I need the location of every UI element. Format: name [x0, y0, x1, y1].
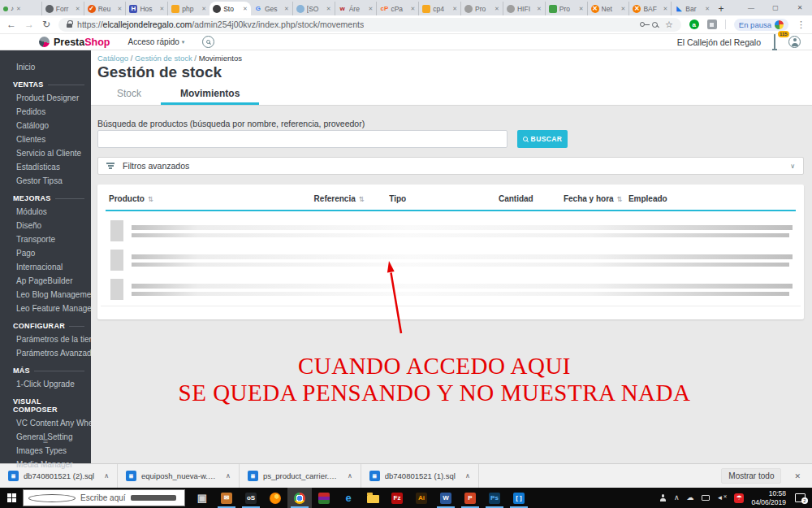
column-header-fecha[interactable]: Fecha y hora⇅: [564, 194, 628, 203]
sidebar-item-media-manager[interactable]: Media Manager: [0, 458, 91, 471]
chrome-taskbar-button[interactable]: [287, 488, 312, 508]
sidebar-item-servicio-al-cliente[interactable]: Servicio al Cliente: [0, 146, 91, 160]
download-expand-icon[interactable]: ∧: [104, 472, 109, 480]
minimize-button[interactable]: —: [739, 4, 763, 11]
tab-close-icon[interactable]: ✕: [243, 6, 248, 12]
sidebar-item-product-designer[interactable]: Product Designer: [0, 91, 91, 105]
photoshop-taskbar-button[interactable]: Ps: [482, 488, 507, 508]
tab-close-icon[interactable]: ✕: [159, 6, 164, 12]
profile-avatar[interactable]: [788, 36, 801, 48]
tab-close-icon[interactable]: ✕: [76, 6, 80, 12]
sort-icon[interactable]: ⇅: [359, 195, 365, 203]
browser-tab-hos[interactable]: HHos✕: [125, 2, 167, 15]
action-center-icon[interactable]: 2: [795, 493, 806, 502]
notifications-button[interactable]: 115: [774, 35, 775, 50]
browser-tab-pro[interactable]: Pro✕: [545, 2, 587, 15]
tab-movimientos[interactable]: Movimientos: [161, 83, 259, 105]
tab-close-icon[interactable]: ✕: [663, 6, 667, 12]
sidebar-item-estad-sticas[interactable]: Estadísticas: [0, 160, 91, 174]
show-all-downloads-button[interactable]: Mostrar todo: [721, 468, 781, 484]
task-view-taskbar-button[interactable]: ▣: [190, 488, 214, 508]
sidebar-item-ap-pagebuilder[interactable]: Ap PageBuilder: [0, 274, 91, 288]
tab-close-icon[interactable]: ✕: [705, 6, 710, 12]
sidebar-item-images-types[interactable]: Images Types: [0, 444, 91, 458]
close-downloads-icon[interactable]: ✕: [794, 472, 801, 480]
browser-tab-cp4[interactable]: cp4✕: [418, 2, 460, 15]
shop-name[interactable]: El Callejón del Regalo: [677, 37, 761, 47]
column-header-producto[interactable]: Producto⇅: [109, 194, 314, 203]
taskbar-clock[interactable]: 10:58 04/06/2019: [751, 489, 786, 506]
edge-taskbar-button[interactable]: e: [336, 488, 361, 508]
sidebar-item-dise-o[interactable]: Diseño: [0, 219, 91, 232]
download-item[interactable]: ≣ps_product_carrier.sql∧: [240, 464, 361, 488]
breadcrumb-link-gestion[interactable]: Gestión de stock: [135, 54, 192, 63]
tab-close-icon[interactable]: ✕: [201, 6, 206, 12]
download-expand-icon[interactable]: ∧: [465, 472, 470, 480]
browser-tab-sto[interactable]: Sto✕: [209, 2, 251, 15]
network-icon[interactable]: [702, 495, 710, 501]
winrar-taskbar-button[interactable]: [312, 488, 336, 508]
illustrator-taskbar-button[interactable]: Ai: [409, 488, 434, 508]
word-taskbar-button[interactable]: W: [434, 488, 458, 508]
quick-access-dropdown[interactable]: Acceso rápido▾: [127, 37, 184, 46]
people-icon[interactable]: [659, 494, 667, 501]
sidebar-item-internacional[interactable]: Internacional: [0, 260, 91, 274]
sidebar-item-cat-logo[interactable]: Catálogo: [0, 119, 91, 132]
tab-close-icon[interactable]: ✕: [452, 6, 457, 12]
sidebar-item-clientes[interactable]: Clientes: [0, 132, 91, 146]
sidebar-item-leo-blog-management[interactable]: Leo Blog Management: [0, 288, 91, 302]
tab-close-icon[interactable]: ✕: [369, 6, 374, 12]
tab-audio-icon[interactable]: ♪: [11, 5, 14, 12]
browser-tab-baf[interactable]: ✕BAF✕: [628, 2, 671, 15]
back-button[interactable]: ←: [6, 20, 16, 29]
outlook-taskbar-button[interactable]: ✉: [214, 488, 239, 508]
browser-menu-icon[interactable]: ⋮: [797, 20, 806, 30]
download-expand-icon[interactable]: ∧: [348, 472, 352, 480]
sql-editor-taskbar-button[interactable]: [ ]: [507, 488, 531, 508]
sidebar-item-m-dulos[interactable]: Módulos: [0, 205, 91, 219]
onedrive-cloud-icon[interactable]: ☁: [687, 494, 694, 501]
prestashop-logo[interactable]: PrestaShop: [39, 37, 110, 48]
maximize-button[interactable]: ▢: [763, 4, 788, 11]
extension-box-icon[interactable]: [707, 20, 717, 29]
tab-stock[interactable]: Stock: [97, 83, 161, 105]
sidebar-item-gestor-tipsa[interactable]: Gestor Tipsa: [0, 174, 91, 188]
tab-close-icon[interactable]: ✕: [284, 6, 289, 12]
search-button[interactable]: BUSCAR: [517, 130, 568, 148]
tab-close-icon[interactable]: ✕: [579, 6, 584, 12]
download-expand-icon[interactable]: ∧: [226, 472, 231, 480]
sort-icon[interactable]: ⇅: [617, 195, 623, 203]
firefox-taskbar-button[interactable]: [263, 488, 287, 508]
browser-tab-php[interactable]: php✕: [167, 2, 209, 15]
reload-button[interactable]: ↻: [42, 20, 50, 29]
new-tab-button[interactable]: +: [713, 2, 729, 15]
sort-icon[interactable]: ⇅: [148, 195, 153, 203]
sidebar-item-vc-content-any-where[interactable]: VC Content Any Where: [0, 416, 91, 430]
tab-close-icon[interactable]: ✕: [537, 6, 542, 12]
breadcrumb-link-catalogo[interactable]: Catálogo: [97, 54, 128, 63]
sidebar-item-pedidos[interactable]: Pedidos: [0, 105, 91, 119]
tab-close-icon[interactable]: ✕: [118, 6, 123, 12]
pause-extension-button[interactable]: En pausa: [734, 19, 788, 31]
extension-a-icon[interactable]: a: [689, 20, 699, 29]
address-bar[interactable]: https://elcallejondelregalo.com/admin254…: [58, 18, 681, 32]
taskbar-search[interactable]: Escribe aquí para buscar: [23, 489, 185, 506]
sidebar-item-transporte[interactable]: Transporte: [0, 232, 91, 246]
browser-tab[interactable]: ♪✕: [0, 2, 41, 15]
forward-button[interactable]: →: [24, 20, 34, 29]
browser-tab-pro[interactable]: Pro✕: [460, 2, 503, 15]
sidebar-collapse-button[interactable]: ≡: [0, 436, 91, 445]
browser-tab-net[interactable]: ✕Net✕: [587, 2, 629, 15]
close-button[interactable]: ✕: [788, 4, 812, 11]
column-header-referencia[interactable]: Referencia⇅: [314, 194, 390, 203]
tray-expand-icon[interactable]: ∧: [674, 494, 680, 501]
sidebar-item-1-click-upgrade[interactable]: 1-Click Upgrade: [0, 377, 91, 391]
sidebar-item-inicio[interactable]: Inicio: [0, 60, 91, 74]
powerpoint-taskbar-button[interactable]: P: [458, 488, 482, 508]
sidebar-item-par-metros-de-la-tienda[interactable]: Parámetros de la tienda: [0, 332, 91, 346]
sidebar-item-par-metros-avanzados[interactable]: Parámetros Avanzados: [0, 346, 91, 360]
browser-tab-cpa[interactable]: cPcPa✕: [376, 2, 418, 15]
browser-tab-forr[interactable]: Forr✕: [41, 2, 84, 15]
filezilla-taskbar-button[interactable]: Fz: [385, 488, 409, 508]
tab-close-icon[interactable]: ✕: [410, 6, 415, 12]
